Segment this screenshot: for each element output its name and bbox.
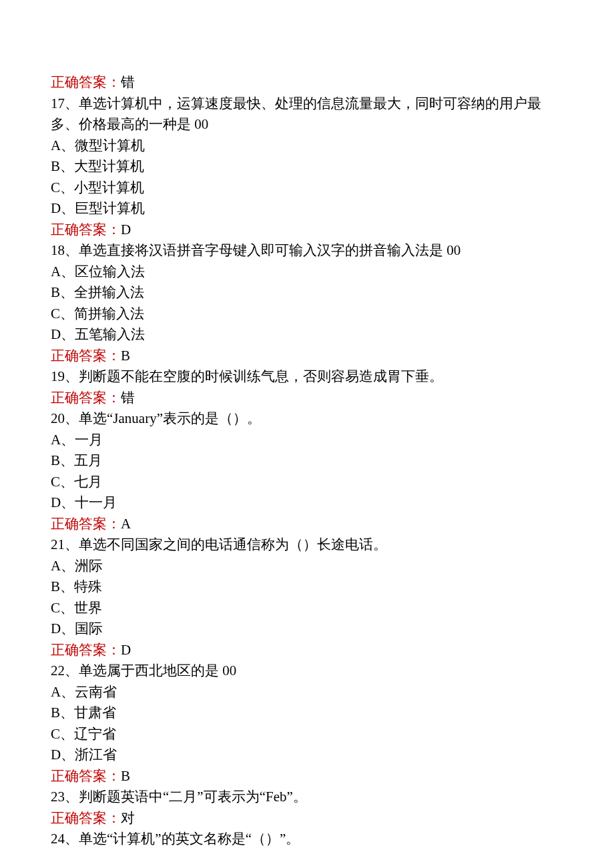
option-line: B、大型计算机 xyxy=(51,156,563,177)
option-letter: C xyxy=(51,726,60,742)
option-letter: D xyxy=(51,494,61,510)
option-letter: D xyxy=(51,747,61,763)
option-letter: B xyxy=(51,578,60,594)
option-text: 五笔输入法 xyxy=(75,326,145,342)
option-letter: B xyxy=(51,158,60,174)
answer-line: 正确答案：A xyxy=(51,514,563,535)
option-text: 十一月 xyxy=(75,494,117,510)
option-sep: 、 xyxy=(61,326,75,342)
option-letter: D xyxy=(51,200,61,216)
question-text: “计算机”的英文名称是“（）”。 xyxy=(107,831,300,847)
option-letter: A xyxy=(51,558,61,574)
answer-value: 错 xyxy=(121,390,135,406)
question-sep: 、 xyxy=(65,831,79,847)
option-line: C、简拼输入法 xyxy=(51,304,563,325)
option-letter: A xyxy=(51,432,61,448)
option-text: 甘肃省 xyxy=(74,705,116,721)
document-body: 正确答案：错17、单选计算机中，运算速度最快、处理的信息流量最大，同时可容纳的用… xyxy=(51,72,563,850)
question-text: 不同国家之间的电话通信称为（）长途电话。 xyxy=(107,536,387,552)
answer-label: 正确答案： xyxy=(51,810,121,826)
question-number: 21 xyxy=(51,536,65,552)
answer-label: 正确答案： xyxy=(51,74,121,90)
option-sep: 、 xyxy=(60,306,74,322)
option-text: 云南省 xyxy=(75,684,117,700)
question-type: 单选 xyxy=(79,536,107,552)
answer-line: 正确答案：对 xyxy=(51,808,563,829)
option-sep: 、 xyxy=(60,452,74,468)
question-line: 23、判断题英语中“二月”可表示为“Feb”。 xyxy=(51,787,563,808)
answer-line: 正确答案：错 xyxy=(51,388,563,409)
question-type: 单选 xyxy=(79,410,107,426)
answer-label: 正确答案： xyxy=(51,222,121,238)
question-text: 英语中“二月”可表示为“Feb”。 xyxy=(121,789,307,805)
option-line: D、浙江省 xyxy=(51,745,563,766)
answer-label: 正确答案： xyxy=(51,390,121,406)
option-text: 世界 xyxy=(74,600,102,616)
option-line: A、区位输入法 xyxy=(51,262,563,283)
option-sep: 、 xyxy=(60,179,74,195)
option-line: D、十一月 xyxy=(51,492,563,514)
option-letter: C xyxy=(51,306,60,322)
option-line: B、全拼输入法 xyxy=(51,282,563,304)
answer-label: 正确答案： xyxy=(51,768,121,784)
option-letter: B xyxy=(51,284,60,300)
option-line: B、五月 xyxy=(51,450,563,472)
question-line: 19、判断题不能在空腹的时候训练气息，否则容易造成胃下垂。 xyxy=(51,366,563,388)
option-text: 小型计算机 xyxy=(74,179,144,195)
question-sep: 、 xyxy=(65,789,79,805)
option-letter: B xyxy=(51,452,60,468)
option-text: 辽宁省 xyxy=(74,726,116,742)
option-sep: 、 xyxy=(61,432,75,448)
option-letter: C xyxy=(51,179,60,195)
option-sep: 、 xyxy=(61,200,75,216)
answer-value: A xyxy=(121,516,131,532)
option-line: A、云南省 xyxy=(51,682,563,703)
question-sep: 、 xyxy=(65,663,79,679)
question-type: 单选 xyxy=(79,831,107,847)
answer-line: 正确答案：B xyxy=(51,346,563,367)
option-sep: 、 xyxy=(60,705,74,721)
option-sep: 、 xyxy=(60,158,74,174)
question-sep: 、 xyxy=(65,410,79,426)
answer-line: 正确答案：D xyxy=(51,220,563,241)
option-letter: C xyxy=(51,474,60,490)
option-text: 区位输入法 xyxy=(75,264,145,280)
option-letter: D xyxy=(51,326,61,342)
question-number: 24 xyxy=(51,831,65,847)
option-line: C、世界 xyxy=(51,598,563,619)
option-sep: 、 xyxy=(61,684,75,700)
answer-value: D xyxy=(121,222,131,238)
option-line: A、洲际 xyxy=(51,556,563,577)
option-sep: 、 xyxy=(61,264,75,280)
option-text: 巨型计算机 xyxy=(75,200,145,216)
option-sep: 、 xyxy=(60,578,74,594)
answer-label: 正确答案： xyxy=(51,642,121,658)
question-text: 不能在空腹的时候训练气息，否则容易造成胃下垂。 xyxy=(121,368,443,384)
option-sep: 、 xyxy=(61,747,75,763)
answer-value: 错 xyxy=(121,74,135,90)
option-text: 一月 xyxy=(75,432,103,448)
question-text: 属于西北地区的是 00 xyxy=(107,663,236,679)
option-line: C、小型计算机 xyxy=(51,177,563,199)
question-type: 单选 xyxy=(79,242,107,258)
answer-value: 对 xyxy=(121,810,135,826)
question-number: 17 xyxy=(51,95,65,111)
question-type: 判断题 xyxy=(79,789,121,805)
question-line: 24、单选“计算机”的英文名称是“（）”。 xyxy=(51,829,563,850)
question-number: 20 xyxy=(51,410,65,426)
question-number: 23 xyxy=(51,789,65,805)
option-text: 简拼输入法 xyxy=(74,306,144,322)
option-text: 五月 xyxy=(74,452,102,468)
question-text: 计算机中，运算速度最快、处理的信息流量最大，同时可容纳的用户最多、价格最高的一种… xyxy=(51,95,541,133)
option-sep: 、 xyxy=(60,726,74,742)
option-text: 浙江省 xyxy=(75,747,117,763)
answer-value: B xyxy=(121,348,130,364)
question-sep: 、 xyxy=(65,368,79,384)
option-letter: C xyxy=(51,600,60,616)
answer-value: D xyxy=(121,642,131,658)
question-sep: 、 xyxy=(65,242,79,258)
option-line: A、一月 xyxy=(51,430,563,451)
option-sep: 、 xyxy=(60,474,74,490)
option-letter: A xyxy=(51,137,61,153)
option-letter: A xyxy=(51,264,61,280)
